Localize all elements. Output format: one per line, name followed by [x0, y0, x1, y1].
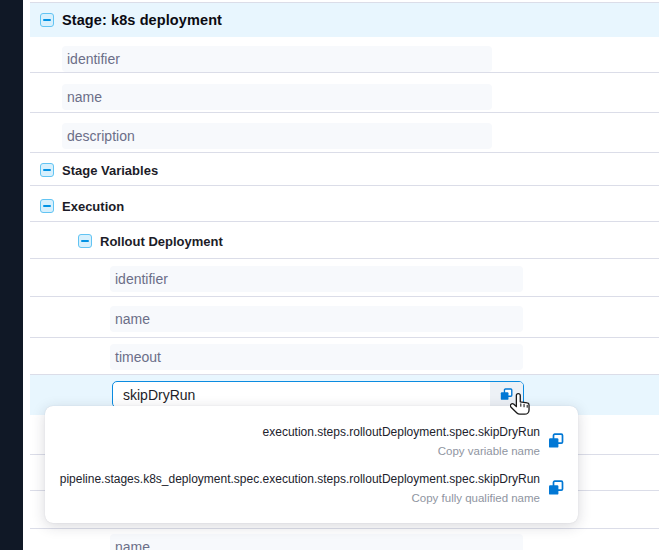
- row-divider: [30, 185, 659, 186]
- pipeline-variables-panel: Stage: k8s deployment identifier name de…: [0, 0, 659, 550]
- collapse-minus-square-icon[interactable]: [40, 199, 54, 213]
- row-divider: [30, 337, 659, 338]
- variable-path-text: execution.steps.rolloutDeployment.spec.s…: [263, 424, 540, 440]
- step-field-identifier[interactable]: identifier: [110, 266, 523, 292]
- execution-row[interactable]: Execution: [40, 197, 124, 215]
- row-divider: [30, 2, 659, 3]
- step-field-name[interactable]: name: [110, 306, 523, 332]
- skip-dry-run-input[interactable]: [113, 382, 490, 407]
- collapse-minus-square-icon[interactable]: [40, 13, 54, 27]
- row-divider: [30, 112, 659, 113]
- row-divider: [30, 258, 659, 259]
- skip-dry-run-input-group: [112, 381, 524, 408]
- stage-title: Stage: k8s deployment: [62, 12, 222, 28]
- variable-path-texts: execution.steps.rolloutDeployment.spec.s…: [263, 424, 540, 459]
- stage-field-description[interactable]: description: [62, 123, 492, 149]
- step-field-name-partial[interactable]: name: [110, 534, 523, 550]
- copy-variable-name-item[interactable]: execution.steps.rolloutDeployment.spec.s…: [49, 424, 564, 459]
- stage-header-row[interactable]: Stage: k8s deployment: [40, 10, 222, 30]
- variable-path-texts: pipeline.stages.k8s_deployment.spec.exec…: [60, 471, 540, 506]
- collapse-minus-square-icon[interactable]: [78, 234, 92, 248]
- collapse-minus-square-icon[interactable]: [40, 163, 54, 177]
- minus-glyph: [43, 19, 51, 21]
- rollout-deployment-title: Rollout Deployment: [100, 234, 223, 249]
- row-divider: [30, 528, 659, 529]
- row-divider: [30, 72, 659, 73]
- copy-icon[interactable]: [548, 480, 564, 496]
- rollout-deployment-row[interactable]: Rollout Deployment: [78, 232, 223, 250]
- copy-icon[interactable]: [548, 433, 564, 449]
- row-divider: [30, 152, 659, 153]
- copy-action-caption: Copy variable name: [263, 444, 540, 459]
- row-divider: [30, 296, 659, 297]
- step-field-timeout[interactable]: timeout: [110, 344, 523, 370]
- left-dark-sidebar: [0, 0, 23, 550]
- fully-qualified-path-text: pipeline.stages.k8s_deployment.spec.exec…: [60, 471, 540, 487]
- copy-action-caption: Copy fully qualified name: [60, 491, 540, 506]
- copy-variable-popover: execution.steps.rolloutDeployment.spec.s…: [45, 406, 578, 523]
- minus-glyph: [81, 240, 89, 242]
- minus-glyph: [43, 205, 51, 207]
- execution-title: Execution: [62, 199, 124, 214]
- copy-fully-qualified-name-item[interactable]: pipeline.stages.k8s_deployment.spec.exec…: [49, 471, 564, 506]
- stage-field-identifier[interactable]: identifier: [62, 46, 492, 72]
- row-divider: [30, 221, 659, 222]
- minus-glyph: [43, 169, 51, 171]
- stage-variables-row[interactable]: Stage Variables: [40, 161, 158, 179]
- stage-field-name[interactable]: name: [62, 84, 492, 110]
- stage-variables-title: Stage Variables: [62, 163, 158, 178]
- hand-pointer-cursor: [510, 392, 534, 422]
- row-divider: [30, 374, 659, 375]
